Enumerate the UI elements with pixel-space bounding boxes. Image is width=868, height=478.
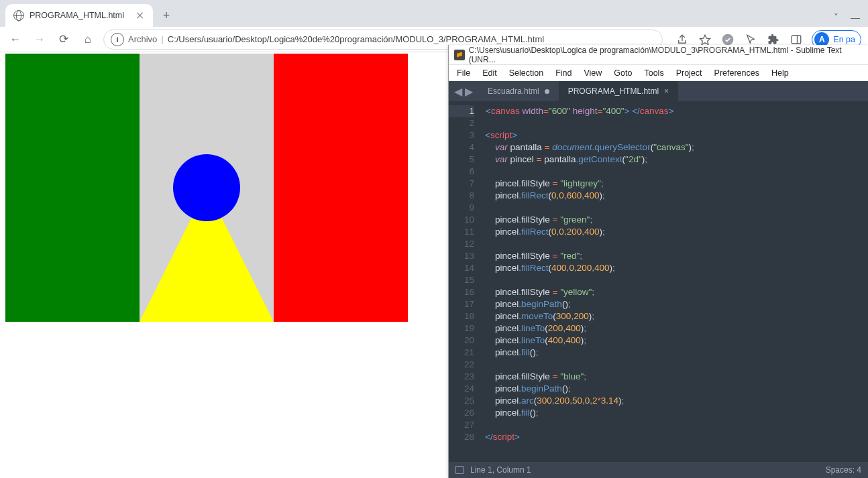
svg-rect-2	[792, 36, 802, 44]
tab-nav-next-icon[interactable]: ▶	[465, 85, 473, 98]
url-path: C:/Users/usuario/Desktop/Logica%20de%20p…	[168, 34, 544, 44]
back-button[interactable]: ←	[7, 31, 24, 48]
svg-marker-0	[700, 35, 710, 44]
sublime-editor[interactable]: 1234567891011121314151617181920212223242…	[449, 101, 868, 462]
editor-tab-label: Escuadra.html	[488, 86, 539, 96]
menu-item-goto[interactable]: Goto	[608, 66, 637, 80]
window-collapse-icon[interactable]: ˅	[834, 12, 838, 23]
menu-item-view[interactable]: View	[578, 66, 607, 80]
site-info-icon[interactable]: i	[111, 33, 124, 46]
menu-item-tools[interactable]: Tools	[639, 66, 669, 80]
menu-item-find[interactable]: Find	[550, 66, 577, 80]
menu-item-project[interactable]: Project	[671, 66, 708, 80]
sublime-title-bar[interactable]: C:\Users\usuario\Desktop\Logica de progr…	[449, 45, 868, 65]
sublime-status-bar: Line 1, Column 1 Spaces: 4	[449, 462, 868, 478]
tab-nav-prev-icon[interactable]: ◀	[454, 85, 462, 98]
page-viewport	[0, 52, 448, 478]
sublime-tab-bar: ◀ ▶ Escuadra.htmlPROGRAMA_HTML.html×	[449, 81, 868, 101]
editor-tab-label: PROGRAMA_HTML.html	[568, 86, 659, 96]
editor-tab[interactable]: Escuadra.html	[478, 81, 559, 101]
home-button[interactable]: ⌂	[79, 31, 97, 48]
close-tab-icon[interactable]	[135, 11, 145, 20]
line-number-gutter: 1234567891011121314151617181920212223242…	[449, 101, 481, 462]
reload-button[interactable]: ⟳	[55, 31, 72, 48]
canvas-output	[5, 54, 408, 322]
status-panel-icon[interactable]	[455, 466, 464, 474]
browser-tab-active[interactable]: PROGRAMA_HTML.html	[5, 4, 153, 27]
sublime-window: C:\Users\usuario\Desktop\Logica de progr…	[448, 45, 868, 478]
url-scheme-label: Archivo	[128, 34, 157, 44]
globe-icon	[13, 10, 24, 21]
svg-point-1	[722, 34, 734, 45]
menu-item-selection[interactable]: Selection	[504, 66, 549, 80]
sublime-logo-icon	[454, 50, 465, 60]
browser-tab-strip: PROGRAMA_HTML.html + ˅ —	[0, 0, 868, 27]
browser-tab-title: PROGRAMA_HTML.html	[30, 11, 124, 20]
sublime-title-text: C:\Users\usuario\Desktop\Logica de progr…	[469, 46, 863, 64]
dirty-dot-icon[interactable]	[545, 89, 549, 94]
menu-item-help[interactable]: Help	[766, 66, 794, 80]
menu-item-preferences[interactable]: Preferences	[709, 66, 765, 80]
forward-button[interactable]: →	[31, 31, 48, 48]
code-area[interactable]: <canvas width="600" height="400"> </canv…	[481, 101, 868, 462]
status-right: Spaces: 4	[826, 465, 861, 475]
profile-label: En pa	[833, 35, 855, 44]
menu-item-edit[interactable]: Edit	[477, 66, 502, 80]
window-minimize-icon[interactable]: —	[851, 12, 860, 23]
close-editor-tab-icon[interactable]: ×	[664, 86, 669, 96]
editor-tab[interactable]: PROGRAMA_HTML.html×	[559, 81, 678, 101]
menu-item-file[interactable]: File	[451, 66, 476, 80]
sublime-menu-bar: FileEditSelectionFindViewGotoToolsProjec…	[449, 65, 868, 81]
new-tab-button[interactable]: +	[157, 6, 176, 25]
status-left: Line 1, Column 1	[470, 465, 531, 475]
window-controls: ˅ —	[834, 12, 868, 27]
